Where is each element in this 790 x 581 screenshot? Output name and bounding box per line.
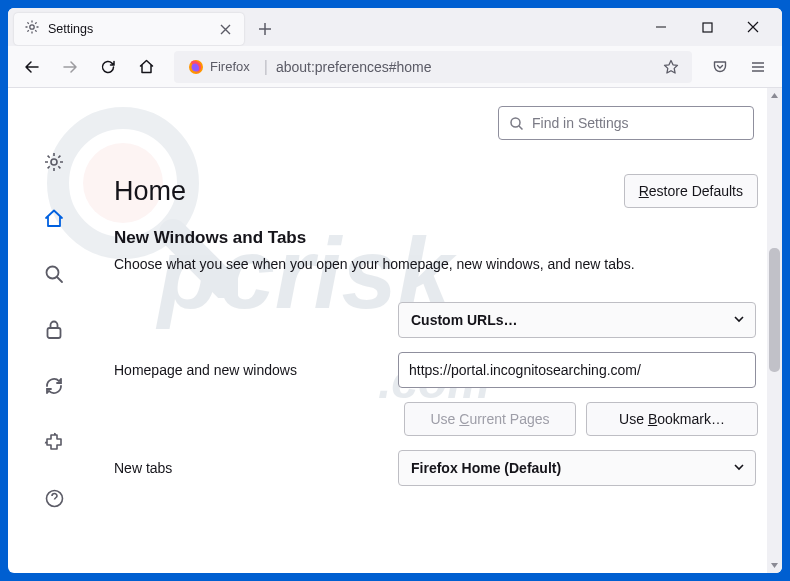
sidebar-sync[interactable] [40, 372, 68, 400]
sidebar-home[interactable] [40, 204, 68, 232]
site-identity[interactable]: Firefox [182, 57, 256, 77]
svg-rect-11 [48, 328, 61, 338]
tab-strip: Settings [8, 8, 782, 46]
url-text[interactable]: about:preferences#home [276, 59, 650, 75]
main-panel: Home Restore Defaults New Windows and Ta… [100, 88, 782, 573]
scroll-down-icon[interactable] [767, 558, 782, 573]
homepage-label: Homepage and new windows [114, 362, 382, 378]
toolbar-home-button[interactable] [130, 51, 162, 83]
svg-point-13 [511, 118, 520, 127]
close-window-button[interactable] [730, 8, 776, 46]
forward-button[interactable] [54, 51, 86, 83]
homepage-select-row: Custom URLs… [114, 302, 758, 338]
bookmark-button[interactable] [658, 54, 684, 80]
svg-point-9 [51, 159, 57, 165]
section-description: Choose what you see when you open your h… [114, 256, 758, 272]
sidebar-search[interactable] [40, 260, 68, 288]
use-bookmark-button[interactable]: Use Bookmark… [586, 402, 758, 436]
maximize-button[interactable] [684, 8, 730, 46]
gear-icon [24, 19, 40, 39]
sidebar-help[interactable] [40, 484, 68, 512]
back-button[interactable] [16, 51, 48, 83]
content-area: Home Restore Defaults New Windows and Ta… [8, 88, 782, 573]
restore-defaults-button[interactable]: Restore Defaults [624, 174, 758, 208]
sidebar-general[interactable] [40, 148, 68, 176]
title-row: Home Restore Defaults [114, 174, 758, 208]
svg-point-5 [30, 25, 34, 29]
window-controls [638, 8, 776, 46]
sidebar-privacy[interactable] [40, 316, 68, 344]
use-current-pages-button[interactable]: Use Current Pages [404, 402, 576, 436]
scroll-up-icon[interactable] [767, 88, 782, 103]
new-tab-button[interactable] [250, 14, 280, 44]
sidebar-extensions[interactable] [40, 428, 68, 456]
select-value: Firefox Home (Default) [411, 460, 561, 476]
scroll-thumb[interactable] [769, 248, 780, 372]
identity-label: Firefox [210, 59, 250, 74]
newtabs-select[interactable]: Firefox Home (Default) [398, 450, 756, 486]
tab-settings[interactable]: Settings [14, 13, 244, 45]
search-icon [509, 116, 524, 131]
homepage-url-input[interactable] [398, 352, 756, 388]
firefox-icon [188, 59, 204, 75]
pocket-button[interactable] [704, 51, 736, 83]
select-value: Custom URLs… [411, 312, 518, 328]
reload-button[interactable] [92, 51, 124, 83]
close-icon[interactable] [216, 20, 234, 38]
tab-title: Settings [48, 22, 208, 36]
section-title: New Windows and Tabs [114, 228, 758, 248]
svg-rect-6 [703, 23, 712, 32]
minimize-button[interactable] [638, 8, 684, 46]
search-settings-input[interactable] [532, 115, 743, 131]
address-bar[interactable]: Firefox | about:preferences#home [174, 51, 692, 83]
homepage-url-row: Homepage and new windows [114, 352, 758, 388]
scrollbar[interactable] [767, 88, 782, 573]
newtabs-label: New tabs [114, 460, 382, 476]
chevron-down-icon [733, 460, 745, 476]
app-menu-button[interactable] [742, 51, 774, 83]
find-in-settings[interactable] [498, 106, 754, 140]
browser-window: pcrisk .com Settings [8, 8, 782, 573]
chevron-down-icon [733, 312, 745, 328]
homepage-mode-select[interactable]: Custom URLs… [398, 302, 756, 338]
homepage-buttons: Use Current Pages Use Bookmark… [114, 402, 758, 436]
new-tabs-row: New tabs Firefox Home (Default) [114, 450, 758, 486]
page-title: Home [114, 176, 186, 207]
sidebar [8, 88, 100, 573]
toolbar: Firefox | about:preferences#home [8, 46, 782, 88]
